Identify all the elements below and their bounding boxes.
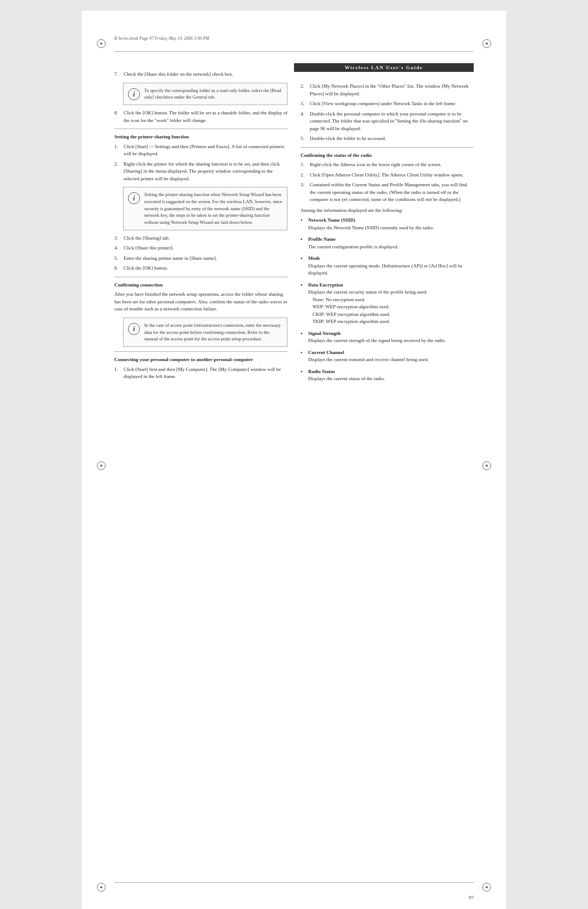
mode-term: Mode [308,255,474,263]
divider-1 [114,129,287,129]
right-step-5: 5. Double-click the folder to be accesse… [301,135,474,143]
connect-pc-step-1: 1. Click [Start] first and then [My Comp… [114,366,287,381]
confirm-connection-intro: After you have finished the network setu… [114,291,287,313]
reg-mark-br [482,883,491,892]
rr1-num: 1. [301,161,307,169]
rs2-text: Click [My Network Places] in the "Other … [310,83,474,97]
bullet-icon-7: ▪ [301,368,305,383]
bullet-mode: ▪ Mode Displays the current operating mo… [301,255,474,277]
among-info-text: Among the information displayed are the … [301,207,474,215]
data-enc-sub1: None: No encryption used. [313,296,474,304]
reg-mark-tr [482,39,491,48]
rs5-text: Double-click the folder to be accessed. [310,135,474,143]
step7-list: 7. Check the [Share this folder on the n… [114,71,287,78]
info-box-1: i To specify the corresponding folder as… [123,83,287,106]
bullet-network-name: ▪ Network Name (SSID) Displays the Netwo… [301,217,474,231]
bullet-icon-4: ▪ [301,282,305,326]
divider-3 [114,351,287,352]
confirm-connection-heading: Confirming connection [114,282,287,289]
printer-step-3: 3. Click the [Sharing] tab. [114,235,287,242]
ps5-text: Enter the sharing printer name in [Share… [124,255,287,263]
bullet-network-name-text: Network Name (SSID) Displays the Network… [308,217,474,231]
bullet-current-channel: ▪ Current Channel Displays the current t… [301,349,474,364]
reg-mark-ml [97,461,106,470]
bullet-icon-1: ▪ [301,217,305,231]
radio-info-list: ▪ Network Name (SSID) Displays the Netwo… [301,217,474,383]
info-box-2-text: Setting the printer-sharing function whe… [144,191,283,226]
printer-step-2: 2. Right-click the printer for which the… [114,161,287,183]
bullet-signal-text: Signal Strength Displays the current str… [308,330,474,345]
ps2-text: Right-click the printer for which the sh… [124,161,287,183]
divider-2 [114,277,287,277]
ps4-num: 4. [114,245,121,252]
info-box-3-text: In the case of access point (infrastruct… [144,322,283,343]
rs4-text: Double-click the personal computer to wh… [310,111,474,133]
right-steps-cont: 2. Click [My Network Places] in the "Oth… [301,83,474,143]
reg-mark-bl [97,883,106,892]
profile-name-term: Profile Name [308,236,474,243]
bullet-icon-6: ▪ [301,349,305,364]
right-step-2: 2. Click [My Network Places] in the "Oth… [301,83,474,97]
bullet-icon-2: ▪ [301,236,305,251]
info-icon-1: i [128,88,140,100]
step8-list: 8. Click the [OK] button. The folder wil… [114,109,287,124]
ps1-text: Click [Start] -> Settings and then [Prin… [124,143,287,158]
radio-status-term: Radio Status [308,368,474,376]
bottom-divider [114,882,474,883]
printer-step-4: 4. Click [Share this printer]. [114,245,287,252]
two-columns: 7. Check the [Share this folder on the n… [114,71,474,882]
radio-step-1: 1. Right-click the Atheros icon in the l… [301,161,474,169]
info-icon-3: i [128,323,140,335]
right-divider-1 [301,147,474,148]
printer-step-6: 6. Click the [OK] button. [114,265,287,272]
step8-text: Click the [OK] button. The folder will b… [124,109,287,124]
book-info: B Series.book Page 97 Friday, May 19, 20… [114,36,209,41]
data-enc-sub4: TKIP: WEP encryption algorithm used. [313,318,474,326]
bullet-icon-5: ▪ [301,330,305,345]
ps2-num: 2. [114,161,121,183]
bullet-data-enc-text: Data Encryption Displays the current sec… [308,282,474,326]
printer-step-5: 5. Enter the sharing printer name in [Sh… [114,255,287,263]
page-number: 97 [469,895,474,900]
step7-item: 7. Check the [Share this folder on the n… [114,71,287,78]
channel-term: Current Channel [308,349,474,357]
right-step-3: 3. Click [View workgroup computers] unde… [301,100,474,108]
cp1-text: Click [Start] first and then [My Compute… [124,366,287,381]
mode-desc: Displays the current operating mode. [In… [308,263,462,276]
profile-name-desc: The current configuration profile is dis… [308,244,399,249]
network-name-desc: Displays the Network Name (SSID) current… [308,225,434,230]
bullet-channel-text: Current Channel Displays the current tra… [308,349,474,364]
bullet-radio-status: ▪ Radio Status Displays the current stat… [301,368,474,383]
rs3-num: 3. [301,100,307,108]
rr2-num: 2. [301,172,307,179]
bullet-icon-3: ▪ [301,255,305,277]
channel-desc: Displays the current transmit and receiv… [308,357,428,362]
page-header: B Series.book Page 97 Friday, May 19, 20… [114,33,474,44]
bullet-mode-text: Mode Displays the current operating mode… [308,255,474,277]
ps1-num: 1. [114,143,121,158]
reg-mark-tl [97,39,106,48]
printer-steps-1: 1. Click [Start] -> Settings and then [P… [114,143,287,183]
info-icon-2: i [128,192,140,204]
step8-item: 8. Click the [OK] button. The folder wil… [114,109,287,124]
main-content: 7. Check the [Share this folder on the n… [114,51,474,882]
data-enc-sub3: CKIP: WEP encryption algorithm used. [313,311,474,319]
radio-steps: 1. Right-click the Atheros icon in the l… [301,161,474,204]
info-box-1-text: To specify the corresponding folder as a… [144,87,283,101]
printer-steps-2: 3. Click the [Sharing] tab. 4. Click [Sh… [114,235,287,272]
step8-num: 8. [114,109,121,124]
bullet-profile-name: ▪ Profile Name The current configuration… [301,236,474,251]
ps3-text: Click the [Sharing] tab. [124,235,287,242]
page: B Series.book Page 97 Friday, May 19, 20… [82,11,506,909]
step7-text: Check the [Share this folder on the netw… [124,71,287,78]
network-name-term: Network Name (SSID) [308,217,474,224]
printer-step-1: 1. Click [Start] -> Settings and then [P… [114,143,287,158]
data-enc-term: Data Encryption [308,282,474,289]
cp1-num: 1. [114,366,121,381]
confirm-radio-heading: Confirming the status of the radio [301,152,474,160]
rr1-text: Right-click the Atheros icon in the lowe… [310,161,474,169]
left-column: 7. Check the [Share this folder on the n… [114,71,287,882]
rs2-num: 2. [301,83,307,97]
connect-pc-steps: 1. Click [Start] first and then [My Comp… [114,366,287,381]
ps3-num: 3. [114,235,121,242]
